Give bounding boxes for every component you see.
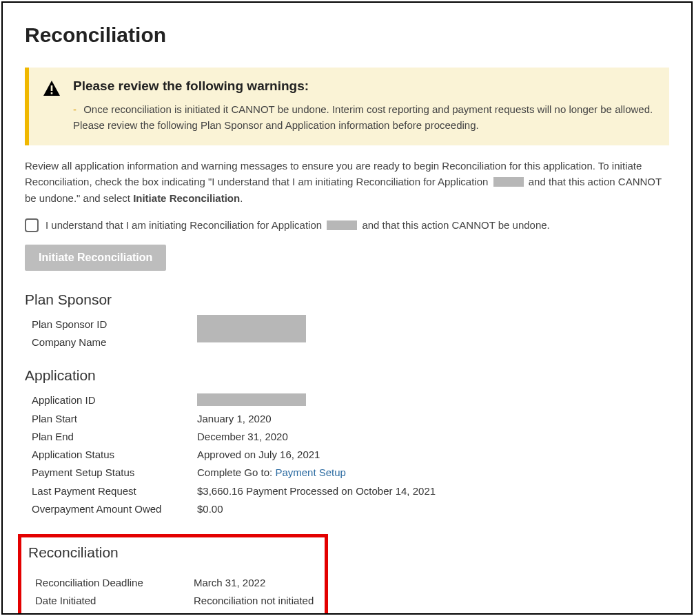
info-row: Application Status Approved on July 16, …: [25, 446, 669, 462]
payment-setup-link[interactable]: Payment Setup: [275, 466, 346, 478]
date-initiated-label: Date Initiated: [21, 593, 194, 608]
info-row: Reconciliation Deadline March 31, 2022: [21, 575, 321, 591]
payment-setup-value: Complete Go to: Payment Setup: [197, 464, 669, 480]
overpayment-value: $0.00: [197, 501, 669, 517]
plan-end-label: Plan End: [25, 429, 197, 444]
initiated-by-value: N/A: [194, 611, 321, 615]
plan-start-label: Plan Start: [25, 411, 197, 427]
info-row: Plan Sponsor ID: [25, 316, 669, 332]
info-row: Application ID: [25, 392, 669, 408]
info-row: Company Name: [25, 334, 669, 350]
reconciliation-heading: Reconciliation: [28, 544, 321, 561]
last-payment-label: Last Payment Request: [25, 483, 197, 499]
redacted-block: [197, 315, 306, 342]
svg-rect-0: [51, 85, 53, 91]
instruction-text: Review all application information and w…: [25, 158, 669, 206]
plan-end-value: December 31, 2020: [197, 429, 669, 444]
info-row: Plan End December 31, 2020: [25, 429, 669, 444]
warning-message: - Once reconciliation is initiated it CA…: [73, 102, 655, 133]
info-row: Last Payment Request $3,660.16 Payment P…: [25, 483, 669, 499]
date-initiated-value: Reconciliation not initiated: [194, 593, 321, 608]
warning-triangle-icon: [43, 80, 61, 99]
warning-alert: Please review the following warnings: - …: [25, 68, 669, 145]
confirm-label: I understand that I am initiating Reconc…: [45, 219, 550, 231]
initiate-reconciliation-button[interactable]: Initiate Reconciliation: [25, 245, 166, 271]
payment-setup-label: Payment Setup Status: [25, 464, 197, 480]
info-row: Overpayment Amount Owed $0.00: [25, 501, 669, 517]
info-row: Payment Setup Status Complete Go to: Pay…: [25, 464, 669, 480]
redacted-app-id: [327, 220, 357, 230]
application-status-label: Application Status: [25, 446, 197, 462]
overpayment-label: Overpayment Amount Owed: [25, 501, 197, 517]
initiated-by-label: Initiated By: [21, 611, 194, 615]
company-name-label: Company Name: [25, 334, 197, 350]
info-row: Plan Start January 1, 2020: [25, 411, 669, 427]
plan-start-value: January 1, 2020: [197, 411, 669, 427]
reconciliation-deadline-label: Reconciliation Deadline: [21, 575, 194, 591]
confirm-row: I understand that I am initiating Reconc…: [25, 218, 669, 232]
reconciliation-highlight-box: Reconciliation Reconciliation Deadline M…: [18, 534, 328, 615]
svg-rect-1: [51, 92, 53, 94]
warning-heading: Please review the following warnings:: [73, 79, 655, 94]
application-heading: Application: [25, 367, 669, 384]
redacted-value: [197, 393, 306, 406]
confirm-checkbox[interactable]: [25, 218, 39, 232]
application-id-label: Application ID: [25, 392, 197, 408]
last-payment-value: $3,660.16 Payment Processed on October 1…: [197, 483, 669, 499]
plan-sponsor-heading: Plan Sponsor: [25, 291, 669, 308]
reconciliation-deadline-value: March 31, 2022: [194, 575, 321, 591]
info-row: Date Initiated Reconciliation not initia…: [21, 593, 321, 608]
redacted-app-id: [493, 177, 524, 187]
application-section: Application Application ID Plan Start Ja…: [25, 367, 669, 517]
plan-sponsor-section: Plan Sponsor Plan Sponsor ID Company Nam…: [25, 291, 669, 351]
bullet-icon: -: [73, 103, 76, 115]
page-title: Reconciliation: [25, 23, 669, 47]
application-status-value: Approved on July 16, 2021: [197, 446, 669, 462]
info-row: Initiated By N/A: [21, 611, 321, 615]
plan-sponsor-id-label: Plan Sponsor ID: [25, 316, 197, 332]
